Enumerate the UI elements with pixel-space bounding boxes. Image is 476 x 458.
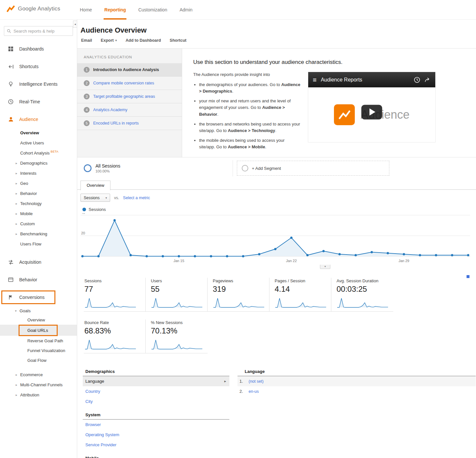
language-table-heading: Language (238, 367, 476, 376)
svg-text:40: 40 (81, 213, 85, 214)
segment-divider (233, 160, 233, 176)
chart-mini-marker (467, 275, 469, 278)
sidebar-item-ecommerce[interactable]: ▸Ecommerce (0, 370, 77, 380)
sidebar-item-goals-overview[interactable]: Overview (0, 315, 77, 325)
step-number-badge: 3 (84, 94, 90, 99)
caret-down-icon: ▾ (106, 196, 107, 199)
audience-subnav: Overview Active Users Cohort AnalysisBET… (0, 128, 77, 249)
metric-card-pageviews[interactable]: Pageviews 319 (208, 278, 269, 312)
shortcut-button[interactable]: Shortcut (170, 38, 186, 43)
demographics-country-item[interactable]: Country (83, 386, 229, 396)
demographics-city-item[interactable]: City (83, 396, 229, 406)
page-title: Audience Overview (77, 20, 476, 35)
sessions-line-chart[interactable]: 2040Jan 15Jan 22Jan 29 (80, 213, 470, 265)
language-value-link[interactable]: (not set) (249, 379, 264, 384)
sidebar-item-conversions[interactable]: Conversions (0, 293, 77, 302)
beta-badge: BETA (50, 150, 58, 153)
sidebar-item-acquisition[interactable]: Acquisition (0, 258, 77, 267)
edu-step-geographic-areas[interactable]: 3 Target profitable geographic areas (77, 90, 182, 103)
export-button[interactable]: Export▾ (101, 38, 117, 43)
sidebar-item-demographics[interactable]: ▸Demographics (0, 158, 77, 168)
edu-step-encoded-urls[interactable]: 5 Encoded URLs in reports (77, 117, 182, 130)
chart-annotations-toggle[interactable]: ▾ (320, 265, 330, 269)
sidebar-item-custom[interactable]: ▸Custom (0, 219, 77, 229)
explorer-tabbar: Overview (77, 179, 476, 190)
metric-card-new-sessions[interactable]: % New Sessions 70.13% (146, 319, 208, 353)
tab-overview[interactable]: Overview (80, 181, 110, 190)
sidebar-item-users-flow[interactable]: Users Flow (0, 239, 77, 249)
explorer-panel: Sessions▾ vs. Select a metric Sessions 2… (77, 190, 476, 353)
sidebar-item-intelligence-events[interactable]: Intelligence Events (0, 80, 77, 89)
nav-reporting[interactable]: Reporting (104, 0, 126, 20)
sidebar-item-shortcuts[interactable]: Shortcuts (0, 62, 77, 71)
metric-card-avg-session-duration[interactable]: Avg. Session Duration 00:03:25 (331, 278, 393, 312)
nav-admin[interactable]: Admin (180, 0, 193, 20)
add-segment-button[interactable]: + Add Segment (237, 161, 389, 176)
shortcuts-icon (7, 63, 14, 70)
select-metric-link[interactable]: Select a metric (123, 196, 150, 200)
metric-card-users[interactable]: Users 55 (146, 278, 208, 312)
sidebar-item-interests[interactable]: ▸Interests (0, 168, 77, 178)
watch-later-icon[interactable] (414, 77, 420, 83)
ga-logo-badge (334, 104, 355, 125)
sidebar-item-audience[interactable]: Audience (0, 115, 77, 124)
nav-home[interactable]: Home (80, 0, 92, 20)
nav-customization[interactable]: Customization (138, 0, 167, 20)
edu-step-analytics-academy[interactable]: 4 Analytics Academy (77, 103, 182, 117)
sidebar-item-reverse-goal-path[interactable]: Reverse Goal Path (0, 336, 77, 346)
metric-selector[interactable]: Sessions▾ (80, 194, 110, 202)
sidebar-item-behavior[interactable]: Behavior (0, 275, 77, 284)
language-table: Language 1. (not set) 2. en-us (238, 367, 476, 458)
edu-step-introduction[interactable]: 1 Introduction to Audience Analysis (77, 63, 182, 77)
search-reports-box[interactable] (4, 26, 73, 36)
step-number-badge: 4 (84, 107, 90, 113)
sidebar-collapse-button[interactable]: ◂ (73, 21, 77, 28)
expand-right-icon: ▸ (16, 171, 18, 175)
sidebar-item-geo[interactable]: ▸Geo (0, 178, 77, 188)
system-heading: System (83, 410, 229, 420)
sidebar-item-goal-urls[interactable]: Goal URLs (0, 325, 77, 336)
system-browser-item[interactable]: Browser (83, 420, 229, 430)
segment-all-sessions[interactable]: All Sessions 100.00% (84, 163, 120, 173)
sidebar-item-audience-overview[interactable]: Overview (0, 128, 77, 138)
sidebar-item-mobile[interactable]: ▸Mobile (0, 209, 77, 219)
language-table-row: 2. en-us (238, 386, 476, 396)
sidebar-item-technology[interactable]: ▸Technology (0, 199, 77, 209)
metric-picker-row: Sessions▾ vs. Select a metric (80, 194, 476, 202)
sidebar-item-goal-flow[interactable]: Goal Flow (0, 355, 77, 365)
system-operating-system-item[interactable]: Operating System (83, 430, 229, 440)
demographics-language-item[interactable]: Language ▸ (83, 376, 229, 386)
sidebar-item-dashboards[interactable]: Dashboards (0, 44, 77, 53)
sidebar-item-active-users[interactable]: Active Users (0, 138, 77, 148)
sidebar-item-behavior-sub[interactable]: ▸Behavior (0, 188, 77, 199)
demographics-heading: Demographics (83, 367, 229, 376)
svg-text:20: 20 (81, 231, 85, 235)
sidebar-item-real-time[interactable]: Real-Time (0, 97, 77, 106)
search-input[interactable] (13, 29, 70, 34)
sessions-chart[interactable]: 2040Jan 15Jan 22Jan 29 ▾ (80, 213, 470, 267)
sidebar-item-goals[interactable]: ▾Goals (0, 306, 77, 315)
play-button[interactable] (361, 105, 382, 119)
sidebar-item-benchmarking[interactable]: ▸Benchmarking (0, 229, 77, 239)
add-to-dashboard-button[interactable]: Add to Dashboard (125, 38, 161, 43)
caret-down-icon: ▾ (325, 265, 326, 268)
edu-step-mobile-conversion[interactable]: 2 Compare mobile conversion rates (77, 77, 182, 90)
report-toolbar: Email Export▾ Add to Dashboard Shortcut (77, 37, 476, 44)
video-thumbnail[interactable]: ≡ Audience Reports Audience (308, 72, 435, 142)
legend-label: Sessions (89, 207, 106, 212)
language-value-link[interactable]: en-us (249, 389, 259, 394)
sidebar-item-cohort-analysis[interactable]: Cohort AnalysisBETA (0, 148, 77, 158)
sidebar-item-label: Dashboards (19, 46, 44, 52)
email-button[interactable]: Email (81, 38, 92, 43)
sidebar-item-attribution[interactable]: ▸Attribution (0, 390, 77, 400)
mobile-heading: Mobile (83, 454, 229, 458)
google-analytics-logo[interactable]: Google Analytics (7, 5, 60, 13)
metric-card-sessions[interactable]: Sessions 77 (84, 278, 146, 312)
sparkline (151, 295, 203, 309)
sidebar-item-multi-channel-funnels[interactable]: ▸Multi-Channel Funnels (0, 380, 77, 390)
metric-card-bounce-rate[interactable]: Bounce Rate 68.83% (84, 319, 146, 353)
sidebar-item-funnel-visualization[interactable]: Funnel Visualization (0, 346, 77, 355)
system-service-provider-item[interactable]: Service Provider (83, 440, 229, 450)
metric-card-pages-per-session[interactable]: Pages / Session 4.14 (269, 278, 331, 312)
share-icon[interactable] (424, 77, 431, 83)
